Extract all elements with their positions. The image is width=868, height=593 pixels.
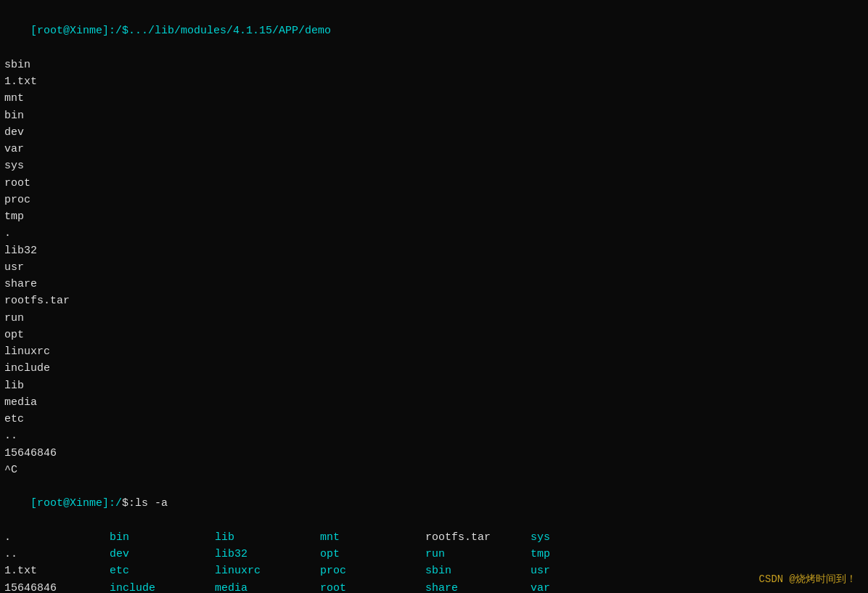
dir-entry-15646846: 15646846 [4,445,864,462]
ls-col4-row1: run [425,546,531,563]
watermark-text: CSDN @烧烤时间到！ [759,573,856,586]
ls-col4-row3: share [425,580,531,594]
ls-col1-row3: include [110,580,215,594]
dir-entry-proc: proc [4,192,864,208]
dir-entry-dev: dev [4,124,864,141]
dir-entry-dot: . [4,225,864,242]
ls-col3-row0: mnt [320,529,425,546]
ls-col1-row1: dev [110,546,215,563]
dir-entry-opt: opt [4,327,864,343]
ls-col4-row2: sbin [425,563,531,579]
dir-entry-sbin: sbin [4,57,864,73]
ls-col1-row0: bin [110,529,215,546]
ls-col2-row0: lib [215,529,320,546]
dir-entry-mnt: mnt [4,90,864,107]
dir-entry-rootfstar: rootfs.tar [4,293,864,309]
ls-col2-row1: lib32 [215,546,320,563]
ls-col1-row2: etc [110,563,215,579]
dir-entry-media: media [4,394,864,411]
dir-entry-dotdot: .. [4,428,864,444]
prompt-text-1: [root@Xinme]:/$.../lib/modules/4.1.15/AP… [30,25,331,37]
ls-col3-row1: opt [320,546,425,563]
ls-col0-row1: .. [4,546,110,563]
dir-entry-bin: bin [4,107,864,124]
ls-col5-row2: usr [531,563,636,579]
dir-entry-root: root [4,175,864,192]
dir-entry-1txt: 1.txt [4,73,864,90]
dir-entry-tmp: tmp [4,208,864,225]
prompt-line-2: [root@Xinme]:/$:ls -a [4,478,864,529]
ls-col2-row3: media [215,580,320,594]
ls-col0-row2: 1.txt [4,563,110,579]
ls-col0-row3: 15646846 [4,580,110,594]
dir-entry-sys: sys [4,158,864,174]
ls-col5-row0: sys [531,529,636,546]
terminal-window: [root@Xinme]:/$.../lib/modules/4.1.15/AP… [0,0,868,593]
dir-entry-var: var [4,141,864,158]
ls-col3-row3: root [320,580,425,594]
ls-col5-row1: tmp [531,546,636,563]
dir-entry-lib32: lib32 [4,242,864,259]
dir-entry-lib: lib [4,377,864,394]
ls-col2-row2: linuxrc [215,563,320,579]
ls-output-grid: . bin lib mnt rootfs.tar sys .. dev lib3… [4,529,864,593]
dir-entry-run: run [4,310,864,327]
dir-entry-share: share [4,276,864,293]
ls-col0-row0: . [4,529,110,546]
dir-entry-usr: usr [4,259,864,276]
dir-entry-etc: etc [4,411,864,428]
ls-col3-row2: proc [320,563,425,579]
dir-entry-linuxrc: linuxrc [4,343,864,360]
dir-entry-include: include [4,360,864,377]
ls-col5-row3: var [531,580,636,594]
prompt-line-1: [root@Xinme]:/$.../lib/modules/4.1.15/AP… [4,6,864,57]
prompt-text-2: [root@Xinme]:/ [30,497,122,510]
dir-entry-ctrlc: ^C [4,462,864,478]
ls-col4-row0: rootfs.tar [425,529,531,546]
